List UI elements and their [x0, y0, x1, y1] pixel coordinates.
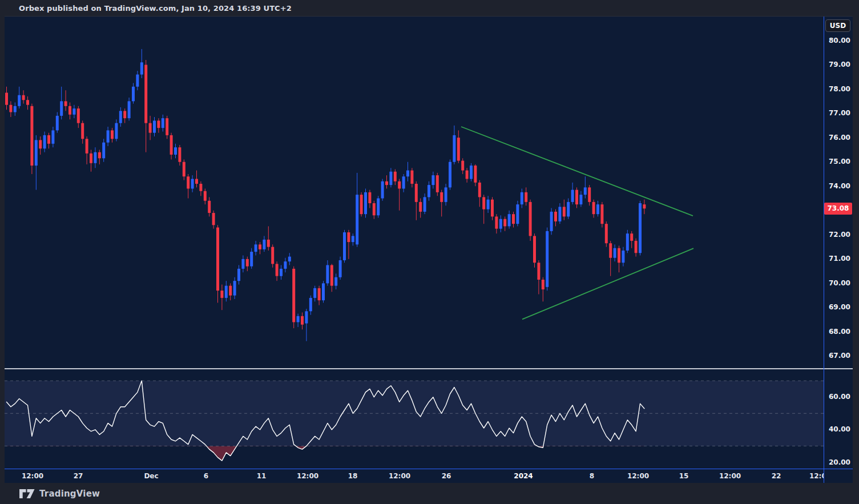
candle-body [225, 286, 228, 298]
candle-body [229, 286, 232, 296]
candle-body [305, 311, 308, 323]
candle-body [554, 212, 557, 221]
candle-body [102, 143, 105, 159]
candle-body [64, 101, 67, 106]
candle-body [495, 216, 498, 228]
price-axis-label: 78.00 [829, 84, 850, 94]
candle-body [144, 65, 147, 123]
candle-body [431, 175, 434, 185]
candle-body [415, 184, 418, 202]
time-axis-label: 15 [679, 469, 689, 483]
candle-body [47, 135, 50, 144]
candle-body [237, 269, 240, 281]
candle-body [322, 283, 325, 300]
candle-body [596, 204, 599, 214]
rsi-pane-canvas[interactable] [5, 369, 824, 469]
candle-body [204, 191, 207, 201]
candle-body [9, 105, 12, 112]
candle-body [360, 195, 363, 214]
time-axis-label: 27 [74, 469, 83, 483]
candle-body [94, 152, 96, 163]
time-axis-label: 18 [348, 469, 358, 483]
candle-body [466, 171, 469, 179]
candle-body [410, 171, 413, 184]
time-axis-label: 12:00 [22, 469, 43, 483]
candle-body [622, 251, 624, 263]
candle-body [123, 111, 126, 118]
candle-body [368, 192, 371, 203]
candle-body [119, 111, 122, 123]
candle-body [195, 179, 198, 184]
candle-body [153, 120, 156, 132]
time-axis-label: 26 [442, 469, 451, 483]
time-axis-label: 6 [204, 469, 208, 483]
time-axis[interactable]: 12:0027Dec61112:001812:00262024812:00151… [5, 469, 824, 483]
candle-body [512, 214, 515, 224]
price-axis[interactable]: USD 73.08 80.0079.0078.0077.0076.0075.00… [824, 17, 853, 483]
candle-body [491, 200, 494, 217]
candle-body [183, 162, 185, 177]
tradingview-brand-text[interactable]: TradingView [39, 489, 100, 499]
candle-body [246, 259, 249, 267]
candle-body [347, 232, 350, 242]
candle-body [14, 106, 17, 112]
rsi-axis-label: 40.00 [829, 425, 850, 434]
time-axis-label: 2024 [514, 469, 533, 483]
candle-body [288, 257, 291, 262]
candle-body [600, 204, 603, 224]
price-axis-label: 72.00 [829, 230, 850, 240]
candle-body [22, 95, 25, 100]
candle-body [107, 130, 110, 142]
candle-body [51, 130, 54, 143]
candle-body [635, 241, 638, 253]
candle-body [72, 108, 75, 115]
tradingview-logo[interactable] [19, 489, 35, 499]
time-axis-label: 12:00 [809, 469, 824, 483]
candle-body [81, 123, 84, 139]
candle-body [436, 175, 439, 192]
candle-body [271, 247, 274, 264]
candle-body [571, 190, 574, 202]
candle-body [162, 118, 164, 128]
candle-body [39, 140, 42, 148]
candle-body [208, 201, 211, 213]
candle-body [330, 265, 333, 285]
candle-body [30, 106, 33, 166]
candle-body [508, 214, 511, 226]
tradingview-footer-bar: TradingView [0, 483, 859, 504]
candle-body [352, 236, 354, 242]
candle-body [419, 202, 422, 212]
candle-body [398, 182, 401, 189]
candle-body [470, 166, 473, 179]
time-axis-label: 12:00 [719, 469, 741, 483]
candle-body [618, 248, 620, 263]
candle-body [563, 207, 566, 216]
candle-body [60, 101, 63, 116]
candle-body [461, 161, 464, 171]
candle-body [18, 95, 21, 106]
candle-body [533, 236, 536, 263]
candle-body [605, 224, 608, 243]
rsi-axis-label: 60.00 [829, 392, 850, 402]
candle-body [132, 87, 135, 102]
chart-panel: 12:0027Dec61112:001812:00262024812:00151… [5, 16, 853, 483]
candle-body [56, 116, 59, 131]
candle-body [542, 280, 545, 289]
price-chart-canvas[interactable] [5, 17, 824, 368]
candle-body [529, 202, 532, 236]
price-axis-label: 68.00 [829, 327, 850, 337]
candle-body [250, 252, 253, 267]
rsi-band [5, 381, 824, 446]
candle-body [453, 135, 455, 162]
candle-body [525, 192, 527, 202]
candle-body [326, 265, 329, 283]
price-axis-label: 74.00 [829, 182, 850, 191]
candle-body [424, 197, 426, 212]
candle-body [558, 207, 561, 221]
candle-body [457, 138, 460, 160]
currency-toggle-button[interactable]: USD [825, 19, 850, 32]
candle-body [35, 140, 38, 166]
candle-body [389, 172, 392, 185]
candle-body [301, 316, 304, 325]
rsi-axis-label: 20.00 [829, 458, 850, 467]
